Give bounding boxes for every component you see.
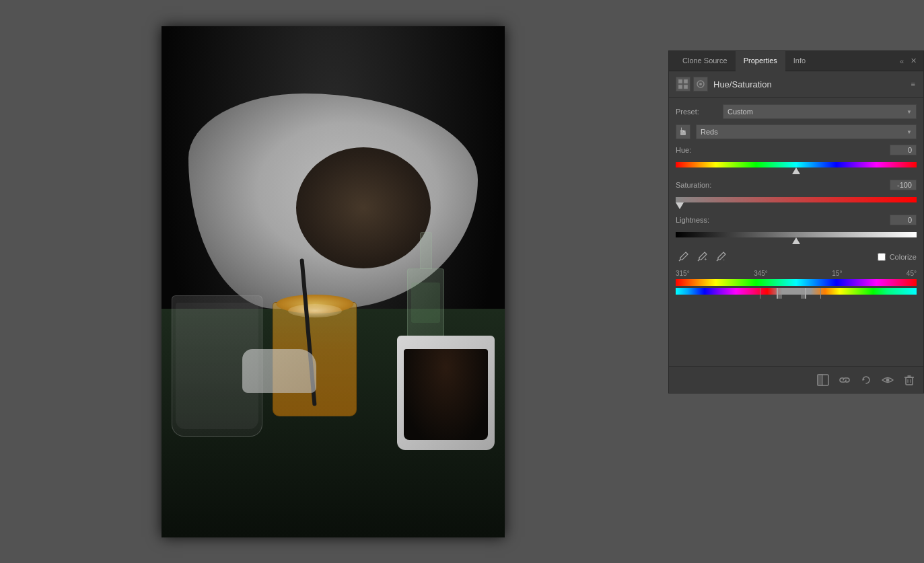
svg-rect-3 — [684, 85, 688, 89]
properties-panel: Clone Source Properties Info « ✕ — [668, 50, 924, 393]
tab-info[interactable]: Info — [785, 51, 814, 71]
hue-slider-container[interactable] — [676, 158, 917, 172]
colorize-row: Colorize — [732, 253, 917, 261]
panel-body: Preset: Custom ▼ Reds ▼ — [669, 98, 923, 305]
layer-svg — [678, 79, 688, 89]
svg-line-11 — [698, 260, 699, 261]
photo-container — [162, 26, 505, 537]
range-marker-left-outer — [760, 288, 760, 299]
panel-collapse-icon[interactable]: « — [898, 56, 905, 67]
preset-row: Preset: Custom ▼ — [676, 104, 917, 119]
svg-rect-9 — [684, 130, 686, 132]
saturation-slider-container[interactable] — [676, 193, 917, 207]
svg-rect-8 — [683, 130, 684, 133]
bottom-spectrum-bar — [676, 288, 917, 295]
lightness-slider-row: Lightness: 0 — [676, 215, 917, 241]
trash-svg — [903, 374, 915, 386]
canvas-area — [0, 0, 666, 563]
lightness-thumb[interactable] — [792, 237, 800, 244]
preset-label: Preset: — [676, 108, 723, 116]
eye-svg — [882, 374, 894, 386]
eyedropper-remove-button[interactable]: - — [713, 250, 728, 264]
saturation-value[interactable]: -100 — [890, 180, 917, 190]
saturation-label: Saturation: — [676, 181, 711, 189]
svg-rect-20 — [906, 377, 913, 385]
panel-close-icon[interactable]: ✕ — [909, 55, 918, 67]
panel-menu-icon[interactable]: ≡ — [910, 79, 917, 89]
range-left-inner: 315° — [676, 270, 690, 277]
panel-title: Hue/Saturation — [713, 79, 772, 89]
svg-rect-6 — [680, 132, 686, 135]
svg-rect-2 — [678, 85, 682, 89]
svg-rect-7 — [682, 130, 683, 132]
hue-value[interactable]: 0 — [890, 145, 917, 155]
white-mug — [397, 336, 495, 450]
header-icons — [676, 77, 708, 91]
panel-footer — [669, 366, 923, 393]
lightness-label: Lightness: — [676, 216, 709, 224]
preset-dropdown[interactable]: Custom ▼ — [723, 104, 917, 119]
eyedropper-add-svg: + — [697, 252, 707, 262]
range-right-inner: 15° — [832, 270, 842, 277]
range-left-outer: 345° — [754, 270, 768, 277]
saturation-slider-row: Saturation: -100 — [676, 180, 917, 207]
eyedropper-button[interactable] — [676, 250, 690, 264]
lightness-value[interactable]: 0 — [890, 215, 917, 225]
svg-text:+: + — [704, 256, 707, 262]
photo-background — [162, 26, 505, 537]
hand-tool-icon[interactable] — [676, 124, 690, 139]
svg-rect-16 — [818, 375, 822, 385]
channel-row: Reds ▼ — [676, 124, 917, 139]
svg-text:-: - — [723, 256, 725, 262]
colorize-label: Colorize — [890, 253, 917, 261]
channel-dropdown[interactable]: Reds ▼ — [696, 124, 917, 139]
svg-line-10 — [679, 260, 680, 261]
channel-value: Reds — [701, 128, 718, 136]
lightness-slider-container[interactable] — [676, 228, 917, 241]
range-right-outer: 45° — [907, 270, 917, 277]
eyedropper-svg — [678, 252, 688, 262]
svg-rect-1 — [684, 79, 688, 83]
adjustment-layer-icon[interactable] — [676, 77, 690, 91]
color-range-section: 315° 345° 15° 45° — [676, 270, 917, 299]
light-track — [676, 232, 917, 237]
channel-arrow-icon: ▼ — [907, 129, 912, 135]
delete-button[interactable] — [902, 373, 917, 387]
visibility-button[interactable] — [880, 373, 895, 387]
hue-slider-row: Hue: 0 — [676, 145, 917, 172]
panel-header: Hue/Saturation ≡ — [669, 71, 923, 98]
hand-svg — [678, 127, 688, 137]
svg-marker-18 — [863, 378, 865, 381]
add-mask-svg — [817, 374, 829, 386]
svg-rect-0 — [678, 79, 682, 83]
color-range-numbers: 315° 345° 15° 45° — [676, 270, 917, 277]
colorize-checkbox[interactable] — [878, 253, 886, 261]
hue-thumb[interactable] — [792, 167, 800, 174]
eyedropper-add-button[interactable]: + — [695, 250, 709, 264]
color-range-bar[interactable] — [676, 288, 917, 299]
eyedropper-row: + - Colorize — [676, 250, 917, 264]
preset-arrow-icon: ▼ — [907, 109, 912, 115]
saturation-thumb[interactable] — [676, 202, 684, 209]
head-shape — [296, 147, 431, 268]
sat-track — [676, 197, 917, 202]
add-mask-button[interactable] — [816, 373, 830, 387]
range-marker-right-outer — [820, 288, 821, 299]
hue-sat-icon[interactable] — [693, 77, 708, 91]
tab-clone-source[interactable]: Clone Source — [674, 51, 736, 71]
top-spectrum-bar — [676, 279, 917, 286]
tab-properties[interactable]: Properties — [736, 51, 785, 71]
hue-label: Hue: — [676, 146, 691, 154]
svg-line-13 — [717, 260, 718, 261]
reset-button[interactable] — [859, 373, 874, 387]
range-handle-left[interactable] — [777, 288, 782, 299]
preset-value: Custom — [727, 108, 753, 116]
eyedropper-remove-svg: - — [715, 252, 726, 262]
hue-svg — [695, 79, 706, 89]
hand-shape — [242, 349, 316, 393]
svg-point-5 — [699, 83, 702, 85]
svg-point-19 — [886, 378, 890, 381]
hue-track — [676, 162, 917, 167]
range-handle-right[interactable] — [801, 288, 806, 299]
link-button[interactable] — [837, 373, 852, 387]
